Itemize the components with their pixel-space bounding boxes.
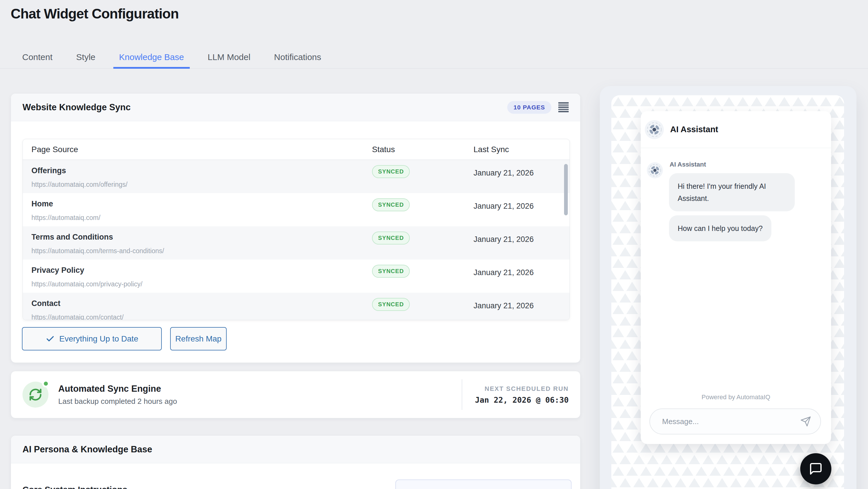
- automated-sync-engine-card: Automated Sync Engine Last backup comple…: [11, 371, 581, 418]
- table-header-row: Page Source Status Last Sync: [23, 139, 569, 160]
- page-url: https://automataiq.com/offerings/: [31, 181, 127, 189]
- refresh-map-label: Refresh Map: [175, 334, 221, 344]
- page-source-table[interactable]: Page Source Status Last Sync Offerings h…: [23, 139, 570, 320]
- check-icon: [45, 334, 55, 344]
- send-icon[interactable]: [800, 416, 811, 427]
- sync-engine-subtitle: Last backup completed 2 hours ago: [58, 397, 177, 406]
- status-dot: [42, 380, 50, 387]
- status-badge: SYNCED: [372, 298, 410, 311]
- column-status: Status: [372, 139, 395, 160]
- list-rows-icon[interactable]: [558, 102, 569, 112]
- status-badge: SYNCED: [372, 198, 410, 211]
- status-badge: SYNCED: [372, 165, 410, 178]
- last-sync-date: January 21, 2026: [473, 301, 534, 310]
- page-url: https://automataiq.com/terms-and-conditi…: [31, 247, 164, 255]
- powered-by-label: Powered by AutomataIQ: [641, 394, 831, 401]
- chat-widget-preview: AI Assistant AI Assistant Hi there! I'm …: [641, 111, 831, 444]
- tab-knowledge-base[interactable]: Knowledge Base: [113, 48, 190, 69]
- table-row[interactable]: Contact https://automataiq.com/contact/ …: [23, 293, 569, 320]
- table-row[interactable]: Home https://automataiq.com/ SYNCED Janu…: [23, 193, 569, 226]
- sync-engine-title: Automated Sync Engine: [58, 384, 177, 394]
- last-sync-date: January 21, 2026: [473, 235, 534, 244]
- ai-persona-card: AI Persona & Knowledge Base Core System …: [11, 435, 581, 489]
- website-knowledge-sync-card: Website Knowledge Sync 10 PAGES Page Sou…: [11, 93, 581, 363]
- refresh-cycle-icon: [28, 388, 43, 402]
- website-knowledge-sync-title: Website Knowledge Sync: [23, 102, 131, 113]
- chat-launcher-button[interactable]: [800, 453, 831, 484]
- refresh-map-button[interactable]: Refresh Map: [170, 327, 227, 350]
- auto-generate-button[interactable]: Auto-Generate from Website Content: [395, 480, 571, 489]
- chat-header: AI Assistant: [641, 111, 831, 148]
- page-title: Chat Widget Configuration: [11, 6, 179, 22]
- last-sync-date: January 21, 2026: [473, 169, 534, 177]
- page-name: Contact: [31, 299, 61, 308]
- status-badge: SYNCED: [372, 231, 410, 244]
- divider: [462, 379, 462, 410]
- sync-engine-icon: [23, 382, 49, 408]
- chat-message-bubble: Hi there! I'm your friendly AI Assistant…: [669, 173, 795, 211]
- bot-avatar-icon: [645, 120, 664, 139]
- chat-input-wrap: [649, 408, 821, 434]
- chat-message-bubble: How can I help you today?: [669, 215, 771, 241]
- page-name: Terms and Conditions: [31, 233, 113, 241]
- tabs: Content Style Knowledge Base LLM Model N…: [17, 48, 868, 69]
- tab-llm-model[interactable]: LLM Model: [202, 48, 256, 69]
- core-system-instructions-label: Core System Instructions: [23, 485, 127, 489]
- pages-count-badge: 10 PAGES: [507, 101, 551, 114]
- page-url: https://automataiq.com/contact/: [31, 314, 124, 320]
- next-run-label: NEXT SCHEDULED RUN: [475, 385, 569, 393]
- message-input[interactable]: [662, 409, 789, 434]
- column-page-source: Page Source: [31, 139, 78, 160]
- up-to-date-label: Everything Up to Date: [59, 334, 138, 344]
- ai-persona-header: AI Persona & Knowledge Base: [11, 436, 580, 463]
- page-url: https://automataiq.com/privacy-policy/: [31, 280, 143, 288]
- chat-widget-configuration-page: Chat Widget Configuration Content Style …: [0, 0, 868, 489]
- table-scrollbar[interactable]: [564, 164, 568, 215]
- last-sync-date: January 21, 2026: [473, 202, 534, 211]
- status-badge: SYNCED: [372, 265, 410, 278]
- page-name: Offerings: [31, 166, 66, 175]
- chat-bubble-icon: [809, 462, 823, 476]
- table-row[interactable]: Terms and Conditions https://automataiq.…: [23, 226, 569, 260]
- bot-avatar-icon: [647, 162, 663, 178]
- ai-persona-title: AI Persona & Knowledge Base: [23, 444, 152, 455]
- everything-up-to-date-button[interactable]: Everything Up to Date: [22, 327, 162, 350]
- table-row[interactable]: Offerings https://automataiq.com/offerin…: [23, 160, 569, 193]
- table-row[interactable]: Privacy Policy https://automataiq.com/pr…: [23, 260, 569, 293]
- tab-notifications[interactable]: Notifications: [268, 48, 327, 69]
- last-sync-date: January 21, 2026: [473, 268, 534, 277]
- next-run-value: Jan 22, 2026 @ 06:30: [475, 396, 569, 404]
- website-knowledge-sync-header: Website Knowledge Sync 10 PAGES: [11, 93, 580, 121]
- page-url: https://automataiq.com/: [31, 214, 100, 222]
- page-name: Privacy Policy: [31, 266, 84, 275]
- tab-style[interactable]: Style: [70, 48, 101, 69]
- chat-sender-label: AI Assistant: [670, 161, 706, 168]
- tabs-bar: Content Style Knowledge Base LLM Model N…: [0, 48, 868, 69]
- column-last-sync: Last Sync: [473, 139, 509, 160]
- chat-header-title: AI Assistant: [670, 125, 718, 134]
- page-name: Home: [31, 199, 53, 208]
- tab-content[interactable]: Content: [17, 48, 58, 69]
